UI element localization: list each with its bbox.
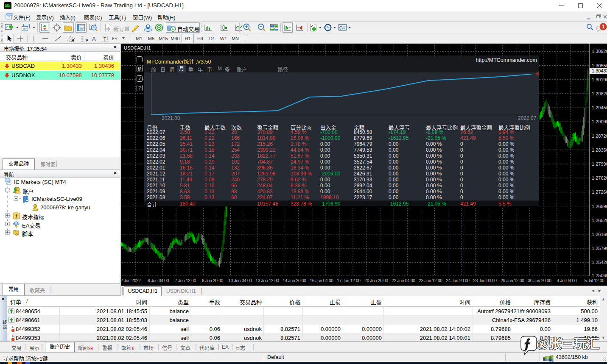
svg-text:7 Jun 12:00: 7 Jun 12:00 xyxy=(175,278,196,283)
svg-text:1.27620: 1.27620 xyxy=(592,175,607,181)
svg-text:16 Jun 04:00: 16 Jun 04:00 xyxy=(310,278,333,283)
svg-text:1.27990: 1.27990 xyxy=(592,161,607,167)
svg-text:移: 移 xyxy=(137,67,141,71)
svg-text:23 Jun 12:00: 23 Jun 12:00 xyxy=(419,278,442,283)
svg-text:@张三玩汇: @张三玩汇 xyxy=(536,336,599,350)
svg-text:√: √ xyxy=(138,76,141,81)
svg-text:1.28720: 1.28720 xyxy=(592,133,607,139)
svg-text:1.30920: 1.30920 xyxy=(592,49,607,54)
svg-text:20 Jun 20:00: 20 Jun 20:00 xyxy=(364,278,388,283)
svg-text:1.30550: 1.30550 xyxy=(592,63,607,68)
svg-text:10 Jun 04:00: 10 Jun 04:00 xyxy=(228,278,252,283)
svg-text:1.25790: 1.25790 xyxy=(592,246,607,251)
svg-text:1.26160: 1.26160 xyxy=(592,232,607,237)
svg-text:30 Jun 20:00: 30 Jun 20:00 xyxy=(528,278,551,283)
svg-text:29 Jun 12:00: 29 Jun 12:00 xyxy=(501,278,524,283)
svg-text:T: T xyxy=(103,36,106,42)
svg-text:F: F xyxy=(86,39,88,42)
svg-text:1: 1 xyxy=(602,24,605,30)
svg-text:-: - xyxy=(139,57,140,62)
svg-text:USDCAD,H1: USDCAD,H1 xyxy=(124,45,151,50)
svg-text:1.27260: 1.27260 xyxy=(592,189,607,195)
svg-text:22 Jun 04:00: 22 Jun 04:00 xyxy=(392,278,415,283)
svg-text:2 Jun 2022: 2 Jun 2022 xyxy=(121,278,141,283)
svg-text:8 Jun 20:00: 8 Jun 20:00 xyxy=(202,278,224,283)
svg-text:17 Jun 12:00: 17 Jun 12:00 xyxy=(337,278,361,283)
svg-text:1.30433: 1.30433 xyxy=(592,68,607,73)
svg-text:1.29090: 1.29090 xyxy=(592,119,607,124)
svg-text:1.29820: 1.29820 xyxy=(592,91,607,96)
svg-text:6 Jun 04:00: 6 Jun 04:00 xyxy=(148,278,169,283)
svg-text:1.28350: 1.28350 xyxy=(592,147,607,153)
svg-text:1.25060: 1.25060 xyxy=(592,273,607,278)
svg-text:1.30190: 1.30190 xyxy=(592,77,607,82)
svg-text:1.29450: 1.29450 xyxy=(592,105,607,110)
svg-text:13 Jun 12:00: 13 Jun 12:00 xyxy=(255,278,279,283)
svg-text:14 Jun 20:00: 14 Jun 20:00 xyxy=(283,278,306,283)
svg-text:?: ? xyxy=(138,86,141,90)
svg-text:1.26520: 1.26520 xyxy=(592,218,607,223)
svg-text:28 Jun 04:00: 28 Jun 04:00 xyxy=(473,278,497,283)
svg-text:1.25420: 1.25420 xyxy=(592,260,607,265)
svg-text:4 Jul 04:00: 4 Jul 04:00 xyxy=(557,278,577,283)
svg-text:E: E xyxy=(72,39,74,42)
svg-text:1.26890: 1.26890 xyxy=(592,204,607,209)
svg-text:24 Jun 20:00: 24 Jun 20:00 xyxy=(446,278,470,283)
svg-text:5 Jul 12:00: 5 Jul 12:00 xyxy=(585,278,604,283)
